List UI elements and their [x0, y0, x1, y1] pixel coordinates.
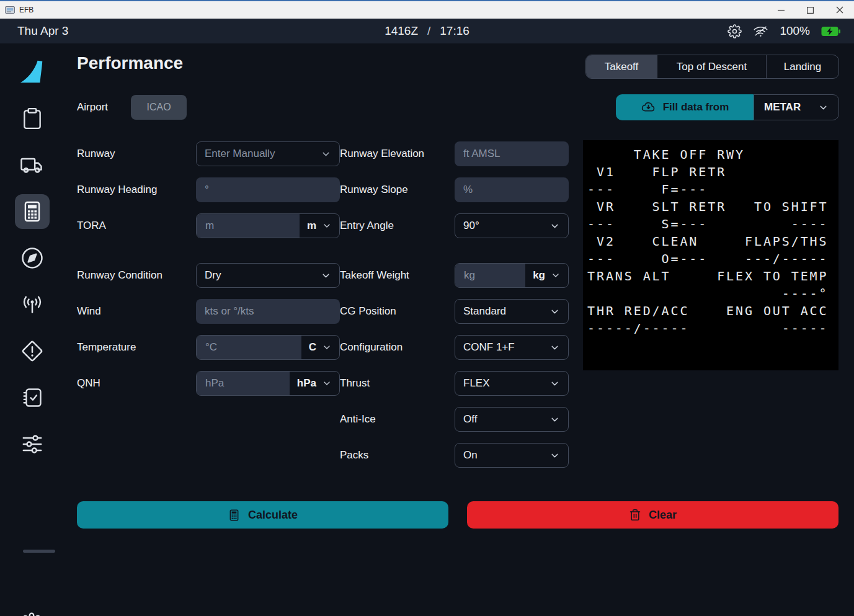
takeoff-weight-input[interactable]: [455, 264, 525, 287]
performance-page: Performance Takeoff Top of Descent Landi…: [64, 43, 854, 616]
settings-gear-icon: [20, 612, 43, 616]
form-row: Runway Elevation: [340, 141, 569, 166]
tab-landing[interactable]: Landing: [766, 55, 838, 78]
runway-condition-select[interactable]: Dry: [196, 263, 340, 288]
sidebar-item-settings[interactable]: [14, 607, 49, 616]
chevron-down-icon: [549, 306, 560, 317]
mcdu-takeoff-display: TAKE OFF RWY V1 FLP RETR --- F=--- VR SL…: [583, 140, 838, 370]
runway-slope-input[interactable]: [455, 177, 569, 202]
form-row: Runway Slope: [340, 177, 569, 202]
temperature-input[interactable]: [197, 336, 301, 359]
cloud-download-icon: [641, 100, 656, 115]
thrust-select[interactable]: FLEX: [455, 371, 569, 396]
chevron-down-icon: [551, 270, 561, 280]
temperature-label: Temperature: [77, 341, 196, 354]
form-row: Configuration CONF 1+F: [340, 335, 569, 360]
sliders-icon: [20, 432, 45, 457]
sidebar-item-navigation[interactable]: [15, 241, 50, 275]
qnh-label: QNH: [77, 377, 196, 390]
performance-tabs: Takeoff Top of Descent Landing: [585, 55, 839, 79]
runway-select[interactable]: Enter Manually: [196, 141, 340, 166]
airport-icao-input[interactable]: [131, 95, 187, 120]
runway-elevation-input[interactable]: [455, 141, 569, 166]
chevron-down-icon: [321, 270, 331, 281]
anti-ice-select[interactable]: Off: [455, 407, 569, 432]
sidebar-item-dashboard[interactable]: [15, 55, 50, 89]
wind-input[interactable]: [196, 299, 340, 324]
calculator-icon: [228, 509, 241, 522]
entry-angle-select[interactable]: 90°: [455, 213, 569, 238]
chevron-down-icon: [549, 342, 560, 353]
qnh-unit-dropdown[interactable]: hPa: [290, 372, 339, 395]
entry-angle-label: Entry Angle: [340, 220, 455, 232]
clear-button[interactable]: Clear: [467, 501, 838, 529]
mcdu-display-text: TAKE OFF RWY V1 FLP RETR --- F=--- VR SL…: [583, 140, 838, 337]
form-row: Entry Angle 90°: [340, 213, 569, 238]
runway-condition-value: Dry: [205, 269, 221, 282]
thrust-value: FLEX: [463, 377, 490, 390]
tab-takeoff[interactable]: Takeoff: [586, 55, 657, 78]
qnh-input[interactable]: [197, 372, 290, 395]
maximize-button[interactable]: [796, 1, 825, 19]
form-row: Packs On: [340, 443, 569, 468]
cg-position-value: Standard: [463, 305, 506, 318]
chevron-down-icon: [549, 221, 560, 231]
fill-data-button[interactable]: Fill data from: [616, 94, 754, 120]
statusbar-settings-gear-icon[interactable]: [727, 24, 742, 38]
tab-top-of-descent[interactable]: Top of Descent: [657, 55, 766, 78]
fill-source-dropdown[interactable]: METAR: [754, 94, 839, 120]
clipboard-icon: [20, 107, 44, 130]
sidebar-item-performance[interactable]: [15, 194, 50, 229]
packs-value: On: [463, 449, 478, 462]
form-row: Runway Enter Manually: [77, 141, 340, 166]
temperature-unit-dropdown[interactable]: C: [301, 336, 339, 359]
warning-diamond-icon: [20, 339, 45, 364]
form-row: Temperature C: [77, 335, 340, 360]
chevron-down-icon: [322, 221, 332, 231]
runway-heading-input[interactable]: [196, 177, 340, 202]
tora-input[interactable]: [197, 214, 300, 238]
window-title: EFB: [19, 6, 33, 14]
calculate-button[interactable]: Calculate: [77, 501, 448, 529]
form-row: Anti-Ice Off: [340, 407, 569, 432]
utc-time: 1416Z: [385, 24, 418, 38]
form-column-right: Runway Elevation Runway Slope Entry Angl…: [340, 141, 569, 479]
battery-percent: 100%: [780, 24, 810, 38]
calculator-icon: [20, 200, 44, 223]
sidebar-item-presets[interactable]: [15, 427, 50, 462]
sidebar-item-ground[interactable]: [15, 148, 50, 182]
time-separator: /: [427, 24, 430, 38]
close-button[interactable]: [825, 1, 854, 19]
sidebar-item-checklists[interactable]: [15, 380, 50, 415]
airport-label: Airport: [77, 101, 108, 114]
sidebar-item-atc[interactable]: [15, 287, 50, 322]
clear-label: Clear: [649, 509, 677, 522]
minimize-button[interactable]: [767, 1, 796, 19]
configuration-value: CONF 1+F: [463, 341, 515, 354]
chevron-down-icon: [321, 149, 331, 159]
packs-label: Packs: [340, 449, 455, 462]
cg-position-select[interactable]: Standard: [455, 299, 569, 324]
cg-position-label: CG Position: [340, 305, 455, 318]
form-row: Wind: [77, 299, 340, 324]
sidebar-item-failures[interactable]: [15, 334, 50, 368]
wifi-off-icon: [753, 24, 768, 38]
runway-slope-label: Runway Slope: [340, 184, 455, 196]
chevron-down-icon: [549, 450, 560, 461]
wind-label: Wind: [77, 305, 196, 318]
chevron-down-icon: [322, 378, 332, 388]
fill-data-control: Fill data from METAR: [616, 94, 839, 120]
entry-angle-value: 90°: [463, 220, 479, 232]
fill-data-label: Fill data from: [663, 101, 729, 114]
fill-source-value: METAR: [764, 101, 801, 114]
tora-unit-dropdown[interactable]: m: [300, 214, 339, 238]
qnh-unit-value: hPa: [297, 377, 316, 390]
sidebar-item-dispatch[interactable]: [15, 101, 50, 136]
checklist-icon: [20, 386, 44, 409]
packs-select[interactable]: On: [455, 443, 569, 468]
configuration-select[interactable]: CONF 1+F: [455, 335, 569, 360]
form-row: Runway Heading: [77, 177, 340, 202]
antenna-icon: [20, 292, 45, 317]
takeoff-weight-unit-dropdown[interactable]: kg: [525, 264, 568, 287]
local-time: 17:16: [440, 24, 469, 38]
